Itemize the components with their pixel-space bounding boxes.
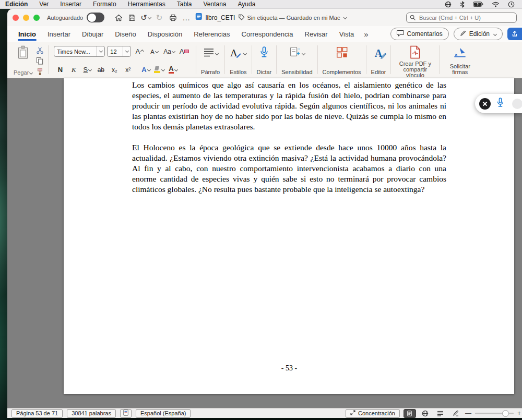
microphone-icon: [259, 46, 269, 61]
redo-button[interactable]: ↻: [152, 12, 166, 23]
underline-button[interactable]: S: [81, 65, 93, 75]
share-button[interactable]: [507, 28, 522, 40]
word-doc-icon: [195, 13, 203, 22]
bold-button[interactable]: N: [54, 65, 66, 75]
tab-overflow-chevron-icon[interactable]: »: [360, 30, 372, 39]
draft-view-button[interactable]: [435, 410, 446, 417]
wifi-icon[interactable]: [492, 2, 500, 7]
tab-dibujar[interactable]: Dibujar: [76, 26, 109, 42]
strikethrough-button[interactable]: ab: [94, 65, 107, 75]
zoom-out-button[interactable]: —: [465, 410, 471, 417]
word-count-chip[interactable]: 30841 palabras: [67, 409, 116, 418]
menu-edicion[interactable]: Edición: [0, 1, 33, 8]
sensitivity-label: Sensibilidad: [281, 69, 312, 75]
menu-ventana[interactable]: Ventana: [197, 1, 232, 8]
edit-mode-button[interactable]: Edición: [454, 28, 503, 40]
create-pdf-button[interactable]: Crear PDF y compartir vínculo: [392, 42, 438, 78]
copy-button[interactable]: [34, 57, 45, 65]
bluetooth-icon[interactable]: [460, 1, 465, 8]
page-indicator-chip[interactable]: Página 53 de 71: [11, 409, 63, 418]
highlight-button[interactable]: [153, 65, 165, 75]
paragraph-group-button[interactable]: Párrafo: [197, 42, 223, 78]
clear-formatting-button[interactable]: A: [178, 46, 191, 56]
menu-ayuda[interactable]: Ayuda: [232, 1, 262, 8]
menu-insertar[interactable]: Insertar: [54, 1, 87, 8]
document-text[interactable]: Los cambios químicos que algo así causar…: [132, 80, 446, 205]
more-commands-button[interactable]: …: [180, 12, 193, 23]
addins-button[interactable]: Complementos: [319, 42, 365, 78]
tab-inicio[interactable]: Inicio: [13, 26, 42, 42]
home-button[interactable]: [112, 12, 125, 23]
italic-button[interactable]: K: [67, 65, 80, 75]
subscript-button[interactable]: x₂: [108, 65, 121, 75]
close-window-button[interactable]: [13, 15, 19, 21]
sensitivity-button[interactable]: Sensibilidad: [278, 42, 316, 78]
minimize-window-button[interactable]: [23, 15, 29, 21]
language-globe-icon[interactable]: [445, 1, 452, 8]
language-chip[interactable]: Español (España): [136, 409, 191, 418]
undo-button[interactable]: ↺: [139, 12, 152, 23]
battery-icon[interactable]: [473, 2, 483, 7]
superscript-button[interactable]: x²: [122, 65, 134, 75]
autosave-toggle[interactable]: [87, 13, 104, 22]
print-button[interactable]: [166, 12, 180, 23]
dictation-close-button[interactable]: [479, 98, 491, 110]
search-box[interactable]: [406, 13, 517, 23]
document-title[interactable]: libro_CETI: [206, 14, 235, 21]
clipboard-group: Pegar: [9, 42, 47, 78]
document-status[interactable]: Sin etiqueta — Guardado en mi Mac: [238, 14, 346, 21]
styles-icon: A: [230, 47, 238, 59]
tab-disposicion[interactable]: Disposición: [142, 26, 188, 42]
font-name-select[interactable]: Times New...: [54, 46, 105, 57]
sensitivity-icon: [289, 46, 301, 61]
menu-ver[interactable]: Ver: [33, 1, 54, 8]
styles-group-button[interactable]: A Estilos: [226, 42, 250, 78]
text-effects-button[interactable]: A: [139, 65, 152, 75]
shrink-font-button[interactable]: A: [148, 46, 160, 56]
font-color-button[interactable]: A: [167, 65, 179, 75]
focus-mode-button[interactable]: Concentración: [346, 409, 400, 418]
paragraph[interactable]: Los cambios químicos que algo así causar…: [132, 80, 446, 132]
dictation-mic-icon[interactable]: [496, 97, 505, 110]
paragraph[interactable]: El Holoceno es la época geológica que se…: [132, 142, 446, 195]
print-layout-view-button[interactable]: [404, 409, 416, 418]
document-page[interactable]: Los cambios químicos que algo así causar…: [64, 78, 514, 394]
change-case-button[interactable]: Aa: [162, 46, 176, 56]
editor-button[interactable]: A Editor: [367, 42, 390, 78]
undo-dropdown-chevron-icon[interactable]: [148, 16, 151, 19]
cut-button[interactable]: [34, 46, 45, 54]
zoom-slider-knob[interactable]: [502, 410, 509, 417]
web-layout-view-button[interactable]: [420, 410, 431, 417]
grow-font-button[interactable]: A: [133, 46, 146, 56]
font-size-chevron-icon[interactable]: [123, 46, 130, 56]
zoom-slider[interactable]: [475, 413, 514, 414]
tab-correspondencia[interactable]: Correspondencia: [236, 26, 299, 42]
tab-insertar[interactable]: Insertar: [42, 26, 76, 42]
comments-button[interactable]: Comentarios: [390, 28, 449, 40]
menu-herramientas[interactable]: Herramientas: [122, 1, 171, 8]
text-effects-glyph: A: [141, 66, 146, 74]
status-bar: Página 53 de 71 30841 palabras Español (…: [7, 408, 522, 418]
paste-button[interactable]: Pegar: [14, 45, 32, 76]
sketch-pen-view-button[interactable]: [450, 410, 461, 417]
menu-tabla[interactable]: Tabla: [171, 1, 198, 8]
clear-format-glyph: A: [180, 47, 184, 55]
dictate-button[interactable]: Dictar: [253, 42, 276, 78]
change-case-chevron-icon: [172, 50, 175, 53]
search-input[interactable]: [418, 14, 513, 21]
zoom-window-button[interactable]: [33, 15, 40, 21]
tab-diseno[interactable]: Diseño: [109, 26, 141, 42]
clock-icon[interactable]: [508, 1, 515, 8]
zoom-in-button[interactable]: +: [517, 410, 521, 417]
format-painter-button[interactable]: [34, 68, 45, 76]
save-icon-button[interactable]: [125, 12, 139, 23]
proofing-status-chip[interactable]: [120, 409, 132, 418]
font-size-select[interactable]: 12: [107, 46, 131, 57]
tab-referencias[interactable]: Referencias: [188, 26, 235, 42]
tab-vista[interactable]: Vista: [334, 26, 360, 42]
font-name-chevron-icon[interactable]: [97, 46, 104, 56]
dictation-settings-icon[interactable]: [512, 99, 522, 109]
request-signatures-button[interactable]: Solicitar firmas: [441, 42, 479, 78]
tab-revisar[interactable]: Revisar: [299, 26, 334, 42]
menu-formato[interactable]: Formato: [87, 1, 122, 8]
